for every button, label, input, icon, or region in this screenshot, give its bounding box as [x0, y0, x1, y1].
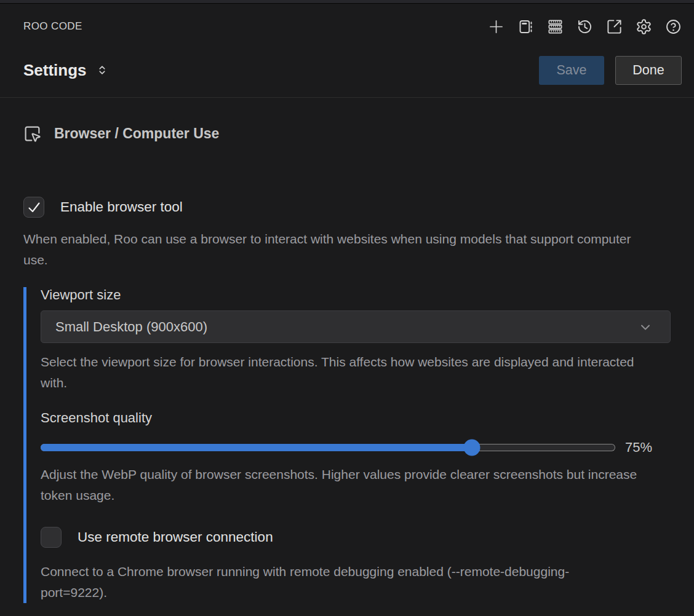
quality-value: 75% — [625, 440, 652, 456]
browser-settings-content: Enable browser tool When enabled, Roo ca… — [0, 197, 694, 603]
enable-browser-tool-checkbox[interactable] — [23, 197, 44, 218]
screenshot-quality-row: 75% — [41, 440, 671, 456]
quality-slider-fill — [41, 444, 472, 451]
notebook-icon[interactable] — [517, 18, 534, 35]
save-button[interactable]: Save — [539, 56, 604, 85]
panel-top-strip — [0, 0, 694, 4]
section-title: Browser / Computer Use — [54, 125, 219, 142]
server-icon[interactable] — [547, 18, 564, 35]
chevrons-up-down-icon[interactable] — [96, 64, 108, 76]
header: ROO CODE — [0, 17, 694, 85]
header-toolbar — [488, 18, 682, 35]
plus-icon[interactable] — [488, 18, 505, 35]
screenshot-quality-description: Adjust the WebP quality of browser scree… — [41, 464, 662, 506]
chevron-down-icon — [638, 320, 653, 334]
square-mouse-pointer-icon — [23, 125, 41, 143]
open-in-editor-icon[interactable] — [606, 18, 623, 35]
help-icon[interactable] — [665, 18, 682, 35]
remote-browser-row: Use remote browser connection — [41, 527, 671, 548]
quality-slider[interactable] — [41, 444, 615, 451]
roo-code-settings-panel: ROO CODE — [0, 0, 694, 616]
gear-icon[interactable] — [636, 18, 652, 35]
viewport-size-value: Small Desktop (900x600) — [55, 319, 207, 335]
page-title: Settings — [23, 61, 87, 80]
quality-slider-thumb[interactable] — [463, 440, 480, 456]
history-icon[interactable] — [576, 18, 593, 35]
checkmark-icon — [26, 200, 41, 215]
header-divider — [0, 97, 694, 98]
remote-browser-checkbox[interactable] — [41, 527, 62, 548]
enable-browser-tool-row: Enable browser tool — [23, 197, 671, 218]
section-header: Browser / Computer Use — [23, 125, 694, 143]
remote-browser-label: Use remote browser connection — [78, 529, 273, 545]
viewport-size-select[interactable]: Small Desktop (900x600) — [41, 310, 671, 343]
done-button[interactable]: Done — [615, 56, 682, 85]
enable-browser-tool-label: Enable browser tool — [60, 199, 183, 215]
viewport-size-description: Select the viewport size for browser int… — [41, 352, 662, 393]
remote-browser-description: Connect to a Chrome browser running with… — [41, 561, 619, 603]
browser-options-subsection: Viewport size Small Desktop (900x600) Se… — [23, 287, 671, 603]
screenshot-quality-label: Screenshot quality — [41, 410, 671, 426]
viewport-size-label: Viewport size — [41, 287, 671, 303]
app-title: ROO CODE — [23, 20, 82, 33]
enable-browser-tool-description: When enabled, Roo can use a browser to i… — [23, 229, 632, 270]
